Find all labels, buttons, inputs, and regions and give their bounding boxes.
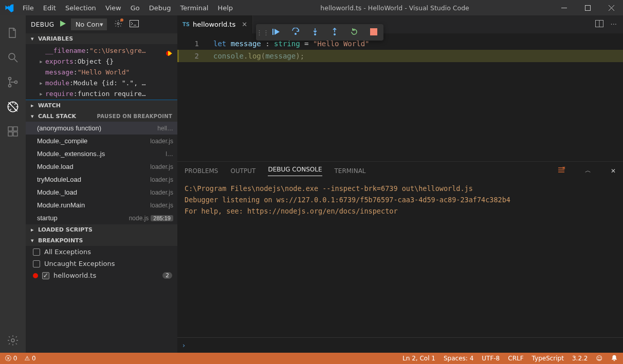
step-over-button[interactable] [286,28,305,37]
step-into-button[interactable] [305,28,325,37]
close-icon[interactable]: ✕ [242,21,247,28]
menu-terminal[interactable]: Terminal [176,0,213,15]
collapse-panel-icon[interactable]: ︿ [585,166,591,175]
restart-button[interactable] [344,28,364,37]
settings-icon[interactable] [0,328,26,353]
tab-helloworld[interactable]: TS helloworld.ts ✕ [177,15,253,33]
status-ts-version[interactable]: 3.2.2 [572,355,588,362]
breakpoint-uncaught-exceptions[interactable]: Uncaught Exceptions [26,258,177,270]
breakpoint-all-exceptions[interactable]: All Exceptions [26,246,177,258]
svg-rect-14 [13,132,17,136]
loaded-scripts-section-header[interactable]: ▸LOADED SCRIPTS [26,224,177,235]
svg-point-10 [15,81,17,84]
svg-point-9 [9,85,11,87]
menu-help[interactable]: Help [213,0,237,15]
debug-sidebar: DEBUG No Con ▾VARIABLES __filename: "c:\… [26,15,177,353]
status-language[interactable]: TypeScript [532,355,564,362]
continue-button[interactable] [266,28,286,37]
status-cursor-position[interactable]: Ln 2, Col 1 [402,355,435,362]
tab-problems[interactable]: PROBLEMS [185,167,218,175]
stack-frame[interactable]: Module.runMainloader.js [26,199,177,212]
debug-console-output[interactable]: C:\Program Files\nodejs\node.exe --inspe… [177,180,623,220]
svg-rect-6 [370,28,377,35]
status-eol[interactable]: CRLF [508,355,523,362]
breakpoints-pane: All Exceptions Uncaught Exceptions ✓hell… [26,246,177,281]
status-indentation[interactable]: Spaces: 4 [444,355,473,362]
callstack-pane: (anonymous function)hell… Module._compil… [26,122,177,224]
menu-edit[interactable]: Edit [39,0,61,15]
tab-debug-console[interactable]: DEBUG CONSOLE [268,166,322,176]
activity-bar [0,15,26,353]
stack-frame[interactable]: tryModuleLoadloader.js [26,173,177,186]
debug-icon[interactable] [0,94,26,119]
stack-frame[interactable]: Module._compileloader.js [26,135,177,147]
debug-console-input[interactable]: › [177,337,623,353]
minimize-button[interactable] [552,0,576,15]
status-errors[interactable]: ⓧ 0 [5,354,17,363]
variable-row[interactable]: __filename: "c:\Users\gre… [26,45,177,56]
status-encoding[interactable]: UTF-8 [482,355,500,362]
debug-console-icon[interactable] [130,20,139,29]
menu-go[interactable]: Go [126,0,144,15]
svg-point-4 [314,33,316,35]
status-bar: ⓧ 0 ⚠ 0 Ln 2, Col 1 Spaces: 4 UTF-8 CRLF… [0,353,623,364]
svg-rect-2 [272,29,273,35]
source-control-icon[interactable] [0,70,26,94]
search-icon[interactable] [0,45,26,70]
line-gutter: 1 2 [177,33,205,62]
stop-button[interactable] [364,28,383,37]
breakpoint-file[interactable]: ✓helloworld.ts2 [26,270,177,281]
feedback-icon[interactable]: ☺ [596,355,602,362]
watch-section-header[interactable]: ▸WATCH [26,100,177,111]
current-execution-line [177,50,623,62]
variable-row[interactable]: ▸require: function require… [26,88,177,99]
menu-debug[interactable]: Debug [144,0,176,15]
callstack-section-header[interactable]: ▾CALL STACKPAUSED ON BREAKPOINT [26,111,177,122]
step-out-button[interactable] [325,28,344,37]
drag-handle-icon[interactable]: ⋮⋮ [256,29,266,36]
variable-row[interactable]: ▸exports: Object {} [26,56,177,67]
tab-output[interactable]: OUTPUT [231,167,256,175]
stack-frame[interactable]: Module._loadloader.js [26,186,177,199]
debug-toolbar[interactable]: ⋮⋮ [256,24,383,41]
breakpoints-section-header[interactable]: ▾BREAKPOINTS [26,235,177,246]
configure-gear-icon[interactable] [114,20,122,29]
status-warnings[interactable]: ⚠ 0 [24,355,35,362]
more-actions-icon[interactable]: ··· [611,21,617,28]
notifications-icon[interactable] [611,354,618,363]
svg-rect-0 [561,8,567,8]
menu-view[interactable]: View [101,0,126,15]
variable-row[interactable]: ▸module: Module {id: ".", … [26,78,177,88]
svg-rect-15 [13,127,17,131]
start-debugging-button[interactable] [59,20,67,29]
debug-view-label: DEBUG [31,21,54,28]
svg-point-5 [334,33,336,35]
titlebar: File Edit Selection View Go Debug Termin… [0,0,623,15]
svg-point-8 [9,78,11,80]
split-editor-icon[interactable] [595,20,603,29]
menu-selection[interactable]: Selection [61,0,101,15]
stack-frame[interactable]: Module._extensions..jsl… [26,147,177,160]
clear-console-icon[interactable] [557,166,565,176]
explorer-icon[interactable] [0,21,26,45]
tab-terminal[interactable]: TERMINAL [335,167,366,175]
checkbox-icon[interactable]: ✓ [42,272,49,279]
window-title: helloworld.ts - HelloWorld - Visual Stud… [237,4,552,12]
stack-frame[interactable]: startupnode.js285:19 [26,212,177,224]
launch-config-select[interactable]: No Con [71,18,107,30]
menu-file[interactable]: File [18,0,39,15]
vscode-icon [0,3,18,12]
variables-section-header[interactable]: ▾VARIABLES [26,33,177,44]
code-editor[interactable]: 1 2 let message : string = "Hello World"… [177,33,623,161]
checkbox-icon[interactable] [33,248,40,256]
stack-frame[interactable]: (anonymous function)hell… [26,122,177,135]
maximize-button[interactable] [576,0,599,15]
stack-frame[interactable]: Module.loadloader.js [26,160,177,173]
close-button[interactable] [599,0,623,15]
close-panel-icon[interactable]: ✕ [611,167,616,175]
checkbox-icon[interactable] [33,260,40,267]
variable-row[interactable]: message: "Hello World" [26,67,177,78]
svg-rect-13 [8,132,12,136]
extensions-icon[interactable] [0,119,26,144]
panel: PROBLEMS OUTPUT DEBUG CONSOLE TERMINAL ︿… [177,161,623,353]
